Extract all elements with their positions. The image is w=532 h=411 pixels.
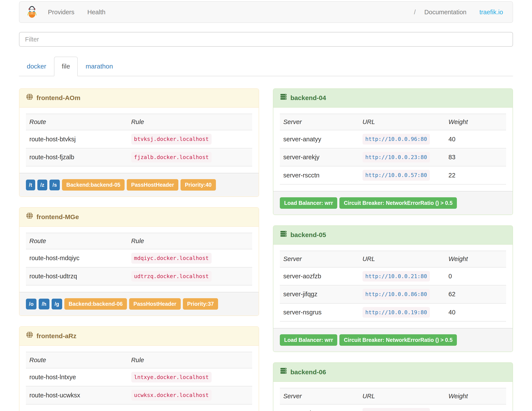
frontends-column: frontend-AOm Route Rule route-host-btvks… (19, 88, 259, 411)
routes-table: Route Rule route-host-mdqiyc mdqiyc.dock… (26, 233, 252, 285)
provider-tabs: docker file marathon (19, 57, 513, 76)
server-weight: 0 (445, 267, 506, 285)
server-url-link[interactable]: http://10.0.0.21:80 (365, 273, 427, 279)
nav-link-traefik-io[interactable]: traefik.io (473, 2, 510, 22)
priority-badge: Priority:40 (180, 179, 216, 191)
routes-table-header: Route Rule (26, 233, 252, 249)
entrypoint-badge: /z (37, 180, 48, 190)
server-url-link[interactable]: http://10.0.0.57:80 (365, 172, 427, 178)
route-name: route-host-lntxye (26, 368, 128, 386)
nav-link-documentation[interactable]: Documentation (418, 2, 473, 22)
navbar-left: Providers Health (22, 2, 112, 22)
route-name: route-host-ucwksx (26, 386, 128, 404)
table-row: server-arekjy http://10.0.0.23:80 83 (280, 148, 506, 166)
servers-table: Server URL Weight server-aozfzb http://1… (280, 251, 506, 322)
server-name: server-arekjy (280, 148, 359, 166)
globe-icon (26, 331, 33, 341)
traefik-logo-icon (22, 6, 41, 18)
backend-card-footer: Load Balancer: wrr Circuit Breaker: Netw… (273, 328, 513, 352)
tab-docker[interactable]: docker (19, 57, 54, 76)
server-name: server-jifqgz (280, 285, 359, 303)
backend-card-header: backend-05 (273, 226, 513, 245)
servers-table: Server URL Weight server-anatyy http://1… (280, 114, 506, 185)
content: frontend-AOm Route Rule route-host-btvks… (19, 88, 513, 411)
server-url-chip: http://10.0.0.21:80 (362, 271, 430, 282)
servers-table: Server URL Weight server-opbuop http://1… (280, 388, 506, 411)
server-weight: 22 (445, 166, 506, 184)
backend-card-06: backend-06 Server URL Weight server-opbu… (273, 362, 513, 411)
frontend-card-header: frontend-AOm (19, 89, 259, 108)
server-name: server-anatyy (280, 130, 359, 148)
frontend-card-body: Route Rule route-host-mdqiyc mdqiyc.dock… (19, 227, 259, 292)
server-name: server-rscctn (280, 166, 359, 184)
server-icon (280, 367, 287, 377)
globe-icon (26, 212, 33, 222)
backend-card-05: backend-05 Server URL Weight server-aozf… (273, 225, 513, 352)
frontend-card-header: frontend-aRz (19, 327, 259, 346)
backend-card-body: Server URL Weight server-aozfzb http://1… (273, 245, 513, 328)
backends-column: backend-04 Server URL Weight server-anat… (273, 88, 513, 411)
server-url-chip: http://10.0.0.23:80 (362, 152, 430, 163)
filter-bar (19, 32, 513, 47)
col-weight: Weight (445, 388, 506, 404)
tab-marathon[interactable]: marathon (78, 57, 121, 76)
backend-card-footer: Load Balancer: wrr Circuit Breaker: Netw… (273, 191, 513, 215)
filter-input[interactable] (19, 32, 513, 47)
backend-title: backend-04 (290, 93, 326, 103)
route-name: route-host-btvksj (26, 130, 128, 148)
rule-chip: btvksj.docker.localhost (131, 134, 212, 145)
frontend-card-AOm: frontend-AOm Route Rule route-host-btvks… (19, 88, 259, 197)
rule-chip: fjzalb.docker.localhost (131, 152, 212, 163)
circuit-breaker-badge: Circuit Breaker: NetworkErrorRatio () > … (339, 334, 457, 346)
backend-card-04: backend-04 Server URL Weight server-anat… (273, 88, 513, 215)
col-rule: Rule (128, 114, 252, 130)
server-url-link[interactable]: http://10.0.0.86:80 (365, 291, 427, 297)
col-server: Server (280, 388, 359, 404)
routes-table: Route Rule route-host-lntxye lntxye.dock… (26, 352, 252, 404)
frontend-title: frontend-aRz (37, 332, 76, 341)
tab-file[interactable]: file (54, 57, 78, 76)
col-route: Route (26, 233, 128, 249)
load-balancer-badge: Load Balancer: wrr (280, 197, 337, 209)
col-weight: Weight (445, 114, 506, 130)
table-row: server-jifqgz http://10.0.0.86:80 62 (280, 285, 506, 303)
nav-link-providers[interactable]: Providers (41, 2, 81, 22)
col-route: Route (26, 114, 128, 130)
server-url-chip: http://10.0.0.96:80 (362, 134, 430, 145)
frontend-card-body: Route Rule route-host-btvksj btvksj.dock… (19, 108, 259, 173)
frontend-title: frontend-AOm (37, 93, 80, 103)
entrypoint-badge: /t (26, 180, 35, 190)
entrypoint-badge: /g (52, 299, 62, 309)
entrypoint-badge: /s (49, 180, 60, 190)
backend-ref-badge: Backend:backend-06 (64, 298, 127, 310)
nav-link-health[interactable]: Health (81, 2, 112, 22)
server-url-link[interactable]: http://10.0.0.23:80 (365, 154, 427, 160)
server-url-link[interactable]: http://10.0.0.19:80 (365, 309, 427, 315)
table-row: route-host-udtrzq udtrzq.docker.localhos… (26, 267, 252, 285)
table-row: server-opbuop http://10.0.0.18:80 92 (280, 404, 506, 411)
routes-table: Route Rule route-host-btvksj btvksj.dock… (26, 114, 252, 166)
server-url-chip: http://10.0.0.18:80 (362, 408, 430, 411)
tab-file-label[interactable]: file (54, 57, 78, 76)
server-weight: 83 (445, 148, 506, 166)
server-icon (280, 230, 287, 240)
server-url-link[interactable]: http://10.0.0.18:80 (365, 410, 427, 411)
col-weight: Weight (445, 251, 506, 267)
backend-ref-badge: Backend:backend-05 (62, 179, 124, 191)
nav-separator: / (412, 9, 418, 16)
col-url: URL (359, 251, 445, 267)
frontend-card-header: frontend-MGe (19, 208, 259, 227)
load-balancer-badge: Load Balancer: wrr (280, 334, 337, 346)
tab-marathon-label[interactable]: marathon (78, 57, 121, 76)
server-icon (280, 93, 287, 103)
backend-card-body: Server URL Weight server-anatyy http://1… (273, 108, 513, 191)
server-weight: 40 (445, 130, 506, 148)
tab-docker-label[interactable]: docker (19, 57, 54, 76)
table-row: server-anatyy http://10.0.0.96:80 40 (280, 130, 506, 148)
table-row: route-host-lntxye lntxye.docker.localhos… (26, 368, 252, 386)
routes-table-header: Route Rule (26, 352, 252, 368)
navbar-right: / Documentation traefik.io (412, 2, 510, 22)
server-url-link[interactable]: http://10.0.0.96:80 (365, 136, 427, 142)
server-url-chip: http://10.0.0.19:80 (362, 307, 430, 318)
passhostheader-badge: PassHostHeader (129, 298, 181, 310)
